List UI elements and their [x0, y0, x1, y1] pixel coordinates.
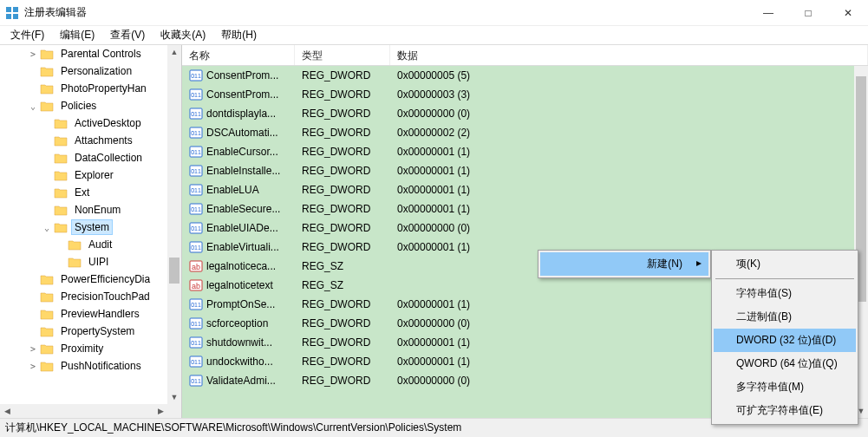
column-type[interactable]: 类型 [295, 45, 390, 65]
scroll-right-icon[interactable]: ▶ [153, 404, 167, 418]
string-value-icon: ab [189, 259, 203, 273]
list-item[interactable]: 011ConsentProm...REG_DWORD0x00000005 (5) [182, 66, 854, 85]
ctx-item-label: 多字符串值(M) [736, 380, 804, 395]
scroll-left-icon[interactable]: ◀ [0, 404, 14, 418]
tree-item-label: Audit [85, 237, 115, 252]
tree-item[interactable]: PreviewHandlers [0, 305, 167, 323]
svg-text:011: 011 [191, 225, 201, 232]
svg-rect-3 [13, 14, 18, 19]
binary-value-icon: 011 [189, 145, 203, 159]
value-name: legalnoticeca... [206, 260, 276, 272]
tree-item[interactable]: PowerEfficiencyDia [0, 271, 167, 288]
tree-item[interactable]: PrecisionTouchPad [0, 288, 167, 305]
tree-item-label: Policies [57, 98, 100, 114]
close-button[interactable]: ✕ [828, 0, 868, 25]
menu-item[interactable]: 收藏夹(A) [153, 26, 212, 44]
tree-item[interactable]: DataCollection [0, 149, 167, 166]
list-item[interactable]: 011dontdisplayla...REG_DWORD0x00000000 (… [182, 104, 854, 123]
list-item[interactable]: 011EnableInstalle...REG_DWORD0x00000001 … [182, 161, 854, 180]
folder-icon [40, 48, 54, 60]
chevron-down-icon[interactable]: ⌄ [42, 223, 52, 232]
ctx-item-new[interactable]: 新建(N) ▸ [540, 252, 708, 276]
ctx-item[interactable]: DWORD (32 位)值(D) [714, 329, 856, 352]
ctx-item[interactable]: 可扩充字符串值(E) [714, 399, 856, 422]
tree-item[interactable]: Attachments [0, 132, 167, 149]
menu-item[interactable]: 编辑(E) [53, 26, 101, 44]
binary-value-icon: 011 [189, 221, 203, 235]
tree-item[interactable]: Personalization [0, 62, 167, 80]
scroll-down-icon[interactable]: ▼ [167, 390, 181, 404]
chevron-right-icon[interactable]: > [28, 344, 38, 354]
chevron-down-icon[interactable]: ⌄ [28, 101, 38, 111]
tree-item[interactable]: NonEnum [0, 201, 167, 218]
folder-icon [54, 169, 68, 181]
value-data: 0x00000001 (1) [390, 165, 854, 177]
value-name: dontdisplayla... [206, 108, 276, 120]
chevron-right-icon[interactable]: > [28, 362, 38, 371]
value-type: REG_DWORD [295, 355, 390, 368]
tree-item[interactable]: ⌄System [0, 218, 167, 236]
folder-icon [54, 204, 68, 216]
scroll-up-icon[interactable]: ▲ [167, 45, 181, 59]
tree-item-label: PreviewHandlers [57, 306, 143, 322]
value-name: EnableLUA [206, 184, 259, 196]
tree-horizontal-scrollbar[interactable]: ◀ ▶ [0, 404, 167, 418]
tree-item[interactable]: >Proximity [0, 340, 167, 357]
tree-item-label: Proximity [57, 341, 107, 356]
value-type: REG_DWORD [295, 375, 390, 387]
value-data: 0x00000000 (0) [390, 108, 854, 120]
tree-item[interactable]: UIPI [0, 253, 167, 271]
list-item[interactable]: 011EnableUIADe...REG_DWORD0x00000000 (0) [182, 218, 854, 238]
context-submenu[interactable]: 项(K)字符串值(S)二进制值(B)DWORD (32 位)值(D)QWORD … [711, 250, 858, 425]
column-name[interactable]: 名称 [182, 45, 295, 65]
svg-rect-1 [13, 7, 18, 12]
list-item[interactable]: 011DSCAutomati...REG_DWORD0x00000002 (2) [182, 123, 854, 142]
ctx-item[interactable]: 多字符串值(M) [714, 375, 856, 399]
folder-icon [68, 256, 82, 268]
tree-item-label: PushNotifications [57, 358, 145, 374]
string-value-icon: ab [189, 278, 203, 292]
menu-item[interactable]: 文件(F) [3, 26, 51, 44]
ctx-item[interactable]: QWORD (64 位)值(Q) [714, 352, 856, 375]
menu-item[interactable]: 帮助(H) [214, 26, 264, 44]
ctx-item[interactable]: 字符串值(S) [714, 282, 856, 305]
folder-icon [40, 325, 54, 337]
tree-item[interactable]: ActiveDesktop [0, 114, 167, 132]
value-data: 0x00000005 (5) [390, 69, 854, 82]
list-item[interactable]: 011ConsentProm...REG_DWORD0x00000003 (3) [182, 85, 854, 104]
tree-item-label: PrecisionTouchPad [57, 289, 153, 304]
tree-item[interactable]: PhotoPropertyHan [0, 80, 167, 97]
ctx-item[interactable]: 项(K) [714, 252, 856, 276]
chevron-right-icon[interactable]: > [28, 49, 38, 59]
tree-item-label: PropertySystem [57, 323, 138, 339]
folder-icon [54, 134, 68, 147]
tree-item[interactable]: >Parental Controls [0, 45, 167, 62]
list-item[interactable]: 011EnableCursor...REG_DWORD0x00000001 (1… [182, 142, 854, 161]
list-item[interactable]: 011EnableSecure...REG_DWORD0x00000001 (1… [182, 199, 854, 218]
value-name: DSCAutomati... [206, 127, 278, 139]
tree-item[interactable]: PropertySystem [0, 323, 167, 340]
maximize-button[interactable]: □ [788, 0, 828, 25]
tree-item[interactable]: >PushNotifications [0, 357, 167, 375]
folder-icon [40, 273, 54, 285]
binary-value-icon: 011 [189, 374, 203, 388]
binary-value-icon: 011 [189, 88, 203, 101]
folder-icon [54, 221, 68, 233]
minimize-button[interactable]: — [748, 0, 788, 25]
value-name: EnableCursor... [206, 146, 278, 158]
svg-text:011: 011 [191, 187, 201, 193]
value-name: EnableSecure... [206, 203, 280, 215]
value-name: ValidateAdmi... [206, 375, 276, 387]
column-data[interactable]: 数据 [390, 45, 868, 65]
tree-vertical-scrollbar[interactable]: ▲ ▼ [167, 45, 181, 404]
tree-item-label: Attachments [71, 133, 136, 148]
value-type: REG_DWORD [295, 222, 390, 234]
list-item[interactable]: 011EnableLUAREG_DWORD0x00000001 (1) [182, 180, 854, 199]
tree-item[interactable]: Explorer [0, 166, 167, 184]
tree-item[interactable]: Ext [0, 184, 167, 201]
context-menu[interactable]: 新建(N) ▸ [538, 250, 711, 278]
tree-item[interactable]: Audit [0, 236, 167, 253]
tree-item[interactable]: ⌄Policies [0, 97, 167, 114]
menu-item[interactable]: 查看(V) [103, 26, 152, 44]
ctx-item[interactable]: 二进制值(B) [714, 305, 856, 329]
